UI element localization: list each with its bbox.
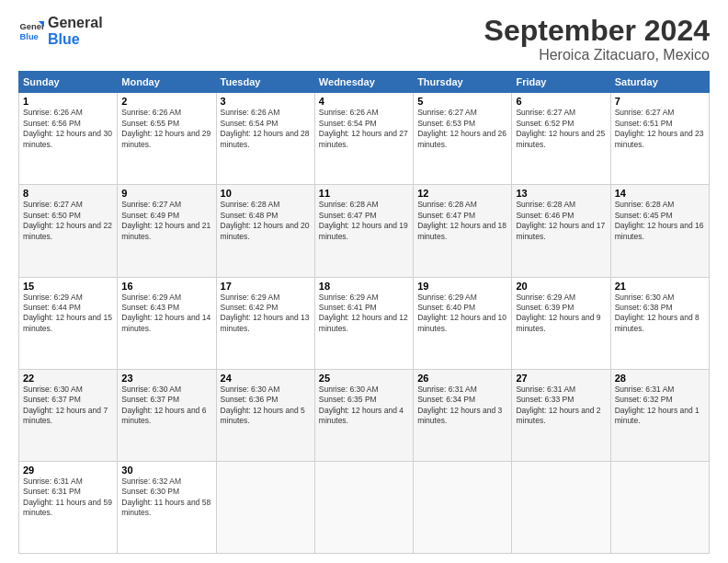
day-number: 23 — [121, 373, 211, 384]
calendar-body: 1Sunrise: 6:26 AMSunset: 6:56 PMDaylight… — [19, 93, 710, 554]
day-number: 20 — [516, 281, 606, 292]
day-cell: 14Sunrise: 6:28 AMSunset: 6:45 PMDayligh… — [610, 185, 709, 277]
day-cell: 12Sunrise: 6:28 AMSunset: 6:47 PMDayligh… — [414, 185, 512, 277]
day-number: 16 — [121, 281, 211, 292]
day-content: Sunrise: 6:31 AMSunset: 6:32 PMDaylight:… — [615, 385, 705, 427]
day-content: Sunrise: 6:31 AMSunset: 6:31 PMDaylight:… — [23, 477, 113, 519]
day-cell: 8Sunrise: 6:27 AMSunset: 6:50 PMDaylight… — [19, 185, 118, 277]
day-number: 18 — [319, 281, 409, 292]
day-content: Sunrise: 6:28 AMSunset: 6:46 PMDaylight:… — [516, 200, 606, 242]
day-number: 21 — [615, 281, 705, 292]
day-cell: 3Sunrise: 6:26 AMSunset: 6:54 PMDaylight… — [216, 93, 314, 185]
day-cell: 30Sunrise: 6:32 AMSunset: 6:30 PMDayligh… — [118, 461, 216, 553]
day-content: Sunrise: 6:27 AMSunset: 6:49 PMDaylight:… — [121, 200, 211, 242]
day-number: 9 — [121, 188, 211, 199]
day-header-wednesday: Wednesday — [314, 72, 413, 93]
day-content: Sunrise: 6:28 AMSunset: 6:45 PMDaylight:… — [615, 200, 705, 242]
day-cell: 6Sunrise: 6:27 AMSunset: 6:52 PMDaylight… — [512, 93, 610, 185]
day-cell — [512, 461, 610, 553]
day-cell: 22Sunrise: 6:30 AMSunset: 6:37 PMDayligh… — [19, 369, 118, 461]
calendar-title: September 2024 — [484, 15, 710, 47]
day-content: Sunrise: 6:30 AMSunset: 6:37 PMDaylight:… — [23, 385, 113, 427]
day-cell: 20Sunrise: 6:29 AMSunset: 6:39 PMDayligh… — [512, 277, 610, 369]
day-cell: 19Sunrise: 6:29 AMSunset: 6:40 PMDayligh… — [414, 277, 512, 369]
day-cell: 27Sunrise: 6:31 AMSunset: 6:33 PMDayligh… — [512, 369, 610, 461]
day-number: 4 — [319, 96, 409, 107]
day-cell: 11Sunrise: 6:28 AMSunset: 6:47 PMDayligh… — [314, 185, 413, 277]
day-number: 10 — [221, 188, 311, 199]
day-content: Sunrise: 6:30 AMSunset: 6:38 PMDaylight:… — [615, 293, 705, 335]
day-cell: 18Sunrise: 6:29 AMSunset: 6:41 PMDayligh… — [314, 277, 413, 369]
day-cell: 7Sunrise: 6:27 AMSunset: 6:51 PMDaylight… — [610, 93, 709, 185]
day-number: 6 — [516, 96, 606, 107]
day-cell: 5Sunrise: 6:27 AMSunset: 6:53 PMDaylight… — [414, 93, 512, 185]
day-cell: 28Sunrise: 6:31 AMSunset: 6:32 PMDayligh… — [610, 369, 709, 461]
day-content: Sunrise: 6:30 AMSunset: 6:35 PMDaylight:… — [319, 385, 409, 427]
day-content: Sunrise: 6:26 AMSunset: 6:54 PMDaylight:… — [319, 108, 409, 150]
day-cell: 29Sunrise: 6:31 AMSunset: 6:31 PMDayligh… — [19, 461, 118, 553]
day-cell: 13Sunrise: 6:28 AMSunset: 6:46 PMDayligh… — [512, 185, 610, 277]
day-number: 22 — [23, 373, 113, 384]
day-cell: 9Sunrise: 6:27 AMSunset: 6:49 PMDaylight… — [118, 185, 216, 277]
day-number: 7 — [615, 96, 705, 107]
day-header-sunday: Sunday — [19, 72, 118, 93]
day-content: Sunrise: 6:28 AMSunset: 6:48 PMDaylight:… — [221, 200, 311, 242]
week-row-5: 29Sunrise: 6:31 AMSunset: 6:31 PMDayligh… — [19, 461, 710, 553]
day-header-thursday: Thursday — [414, 72, 512, 93]
day-content: Sunrise: 6:29 AMSunset: 6:42 PMDaylight:… — [221, 293, 311, 335]
day-number: 30 — [121, 465, 211, 476]
logo-text: General Blue — [48, 15, 103, 47]
day-cell: 1Sunrise: 6:26 AMSunset: 6:56 PMDaylight… — [19, 93, 118, 185]
day-content: Sunrise: 6:31 AMSunset: 6:33 PMDaylight:… — [516, 385, 606, 427]
day-cell — [610, 461, 709, 553]
day-cell: 24Sunrise: 6:30 AMSunset: 6:36 PMDayligh… — [216, 369, 314, 461]
day-content: Sunrise: 6:29 AMSunset: 6:44 PMDaylight:… — [23, 293, 113, 335]
day-content: Sunrise: 6:28 AMSunset: 6:47 PMDaylight:… — [417, 200, 507, 242]
day-number: 13 — [516, 188, 606, 199]
day-number: 28 — [615, 373, 705, 384]
day-cell — [414, 461, 512, 553]
day-cell: 15Sunrise: 6:29 AMSunset: 6:44 PMDayligh… — [19, 277, 118, 369]
day-content: Sunrise: 6:29 AMSunset: 6:39 PMDaylight:… — [516, 293, 606, 335]
day-number: 27 — [516, 373, 606, 384]
day-number: 15 — [23, 281, 113, 292]
week-row-4: 22Sunrise: 6:30 AMSunset: 6:37 PMDayligh… — [19, 369, 710, 461]
day-content: Sunrise: 6:31 AMSunset: 6:34 PMDaylight:… — [417, 385, 507, 427]
day-content: Sunrise: 6:29 AMSunset: 6:41 PMDaylight:… — [319, 293, 409, 335]
day-number: 24 — [221, 373, 311, 384]
day-number: 17 — [221, 281, 311, 292]
calendar-header-row: SundayMondayTuesdayWednesdayThursdayFrid… — [19, 72, 710, 93]
day-content: Sunrise: 6:26 AMSunset: 6:56 PMDaylight:… — [23, 108, 113, 150]
day-number: 14 — [615, 188, 705, 199]
day-number: 8 — [23, 188, 113, 199]
day-cell: 25Sunrise: 6:30 AMSunset: 6:35 PMDayligh… — [314, 369, 413, 461]
day-content: Sunrise: 6:27 AMSunset: 6:50 PMDaylight:… — [23, 200, 113, 242]
day-number: 11 — [319, 188, 409, 199]
day-number: 2 — [121, 96, 211, 107]
day-number: 19 — [417, 281, 507, 292]
day-content: Sunrise: 6:29 AMSunset: 6:43 PMDaylight:… — [121, 293, 211, 335]
day-number: 1 — [23, 96, 113, 107]
day-number: 26 — [417, 373, 507, 384]
day-cell: 17Sunrise: 6:29 AMSunset: 6:42 PMDayligh… — [216, 277, 314, 369]
svg-text:Blue: Blue — [20, 32, 39, 41]
svg-text:General: General — [20, 22, 44, 31]
day-content: Sunrise: 6:26 AMSunset: 6:55 PMDaylight:… — [121, 108, 211, 150]
day-cell: 21Sunrise: 6:30 AMSunset: 6:38 PMDayligh… — [610, 277, 709, 369]
week-row-2: 8Sunrise: 6:27 AMSunset: 6:50 PMDaylight… — [19, 185, 710, 277]
day-cell — [216, 461, 314, 553]
day-header-tuesday: Tuesday — [216, 72, 314, 93]
day-cell — [314, 461, 413, 553]
day-content: Sunrise: 6:29 AMSunset: 6:40 PMDaylight:… — [417, 293, 507, 335]
calendar-subtitle: Heroica Zitacuaro, Mexico — [484, 47, 710, 63]
header: General Blue General Blue September 2024… — [18, 15, 710, 63]
logo-icon: General Blue — [18, 18, 44, 44]
week-row-1: 1Sunrise: 6:26 AMSunset: 6:56 PMDaylight… — [19, 93, 710, 185]
week-row-3: 15Sunrise: 6:29 AMSunset: 6:44 PMDayligh… — [19, 277, 710, 369]
day-content: Sunrise: 6:27 AMSunset: 6:53 PMDaylight:… — [417, 108, 507, 150]
day-content: Sunrise: 6:28 AMSunset: 6:47 PMDaylight:… — [319, 200, 409, 242]
day-header-saturday: Saturday — [610, 72, 709, 93]
day-cell: 26Sunrise: 6:31 AMSunset: 6:34 PMDayligh… — [414, 369, 512, 461]
day-header-monday: Monday — [118, 72, 216, 93]
calendar-table: SundayMondayTuesdayWednesdayThursdayFrid… — [18, 71, 710, 554]
